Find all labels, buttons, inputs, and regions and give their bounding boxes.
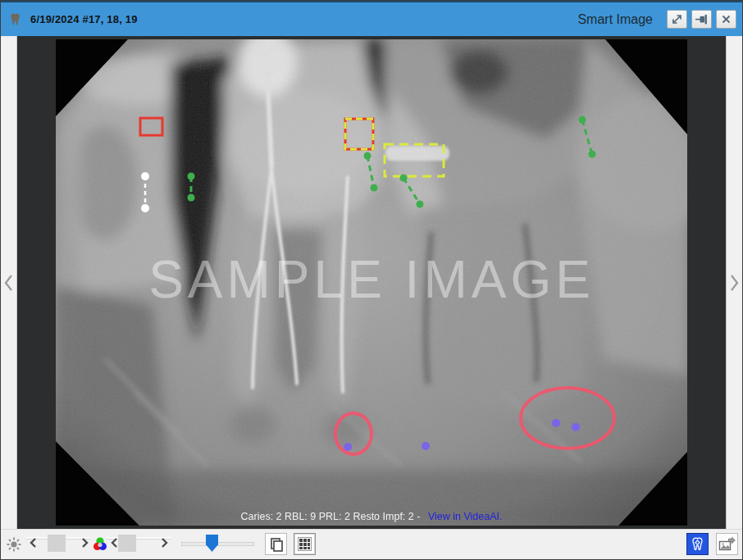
videa-tooth-icon [690, 536, 705, 552]
copy-layout-icon [268, 536, 285, 553]
radiograph[interactable]: SAMPLE IMAGE Caries: 2 RBL: 9 PRL: 2 Res… [56, 39, 687, 526]
view-in-videaai-link[interactable]: View in VideaAI. [428, 511, 503, 522]
measurement-line [141, 204, 149, 212]
image-panel: SAMPLE IMAGE Caries: 2 RBL: 9 PRL: 2 Res… [17, 36, 726, 529]
apex-dot [344, 443, 352, 451]
bone-level-line [371, 184, 378, 192]
findings-caption: Caries: 2 RBL: 9 PRL: 2 Resto Impf: 2 - … [56, 511, 687, 522]
next-image-strip [726, 36, 742, 529]
findings-summary: Caries: 2 RBL: 9 PRL: 2 Resto Impf: 2 - [241, 511, 421, 522]
bone-level-line [589, 151, 596, 158]
titlebar: 6/19/2024 #17, 18, 19 Smart Image [1, 1, 742, 36]
expand-button[interactable] [667, 10, 687, 29]
chevron-right-icon [729, 274, 740, 292]
bone-level-line [364, 153, 372, 160]
brightness-decrease-button[interactable] [27, 536, 39, 551]
brightness-icon [7, 537, 21, 552]
brightness-increase-button[interactable] [80, 536, 91, 551]
brightness-slider-thumb[interactable] [48, 535, 66, 552]
chevron-left-icon [110, 537, 118, 549]
bone-level-line [188, 173, 195, 180]
grid-view-button[interactable] [294, 533, 316, 555]
color-increase-button[interactable] [159, 536, 171, 551]
chevron-left-icon [3, 274, 14, 292]
copy-layout-button[interactable] [265, 533, 287, 555]
measurement-line [141, 172, 149, 180]
prev-image-strip [1, 36, 17, 529]
pin-icon [694, 11, 709, 27]
bottom-toolbar [1, 529, 742, 559]
smart-image-label: Smart Image [577, 12, 653, 27]
videa-ai-toggle-button[interactable] [686, 533, 709, 555]
tooth-icon [9, 12, 21, 26]
apex-dot [552, 419, 560, 427]
zoom-slider-thumb[interactable] [206, 535, 218, 552]
expand-icon [669, 11, 685, 27]
bone-level-line [417, 201, 424, 208]
pin-button[interactable] [691, 10, 712, 29]
smart-image-window: 6/19/2024 #17, 18, 19 Smart Image [0, 0, 743, 560]
export-image-button[interactable] [716, 533, 738, 555]
export-image-icon [718, 536, 736, 552]
apex-dot [422, 442, 430, 450]
close-icon [718, 11, 734, 27]
watermark: SAMPLE IMAGE [148, 250, 595, 309]
image-title: 6/19/2024 #17, 18, 19 [30, 13, 138, 25]
chevron-right-icon [161, 537, 169, 549]
chevron-right-icon [81, 537, 89, 549]
next-image-button[interactable] [727, 266, 742, 299]
bone-level-line [579, 116, 586, 124]
chevron-left-icon [29, 537, 37, 549]
apex-dot [572, 423, 580, 431]
prev-image-button[interactable] [2, 266, 16, 299]
close-button[interactable] [716, 10, 736, 29]
color-slider-thumb[interactable] [118, 535, 136, 552]
bone-level-line [188, 194, 195, 202]
main-area: SAMPLE IMAGE Caries: 2 RBL: 9 PRL: 2 Res… [1, 36, 742, 529]
grid-view-icon [298, 537, 312, 551]
bone-level-line [400, 175, 408, 182]
radiograph-image: SAMPLE IMAGE [56, 39, 687, 526]
